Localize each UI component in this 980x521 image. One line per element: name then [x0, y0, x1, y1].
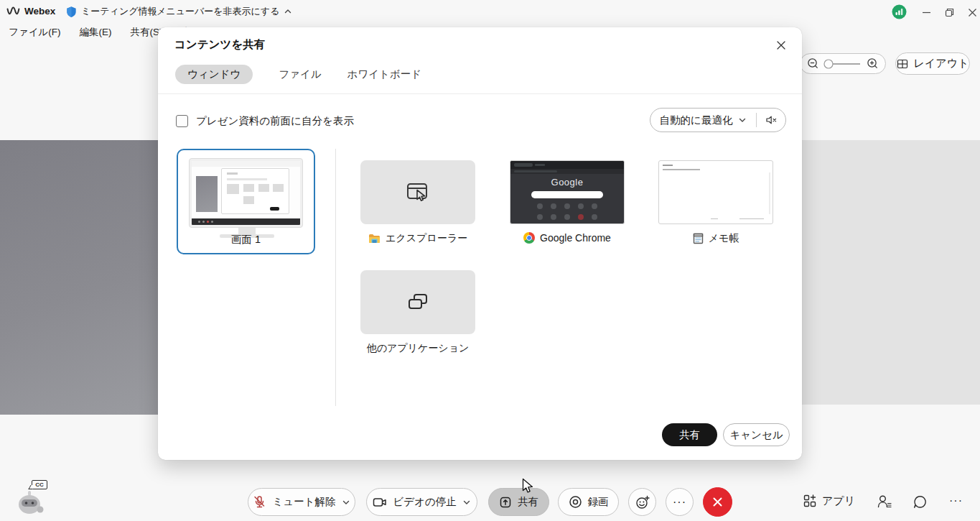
minimize-button[interactable] [916, 4, 936, 20]
speaker-muted-icon [765, 114, 778, 126]
window-tile-notepad[interactable]: メモ帳 [658, 160, 773, 245]
window-tile-explorer[interactable]: エクスプローラー [360, 160, 475, 245]
chrome-shortcut [537, 214, 543, 220]
zoom-out-button[interactable] [807, 57, 819, 70]
preview-taskbar [192, 218, 300, 225]
other-apps-label: 他のアプリケーション [367, 342, 470, 355]
optimize-select[interactable]: 自動的に最適化 [650, 114, 756, 127]
notepad-thumb [658, 160, 773, 224]
chevron-up-icon [284, 7, 292, 16]
mic-muted-icon [253, 495, 266, 509]
close-window-button[interactable] [962, 4, 980, 20]
leave-meeting-button[interactable] [703, 487, 732, 517]
window-tile-other-apps[interactable]: 他のアプリケーション [360, 270, 475, 355]
explorer-label: エクスプローラー [386, 232, 467, 245]
stop-video-button[interactable]: ビデオの停止 [366, 488, 477, 516]
apps-label: アプリ [822, 494, 855, 508]
zoom-slider[interactable] [823, 59, 863, 69]
share-tray-button[interactable]: 共有 [488, 488, 549, 516]
chrome-urlbar [510, 169, 624, 174]
unmute-button[interactable]: ミュート解除 [248, 488, 355, 516]
chat-button[interactable] [913, 494, 928, 510]
chrome-shortcut [592, 203, 597, 209]
chrome-titlebar [510, 161, 624, 169]
share-audio-toggle[interactable] [757, 114, 785, 126]
panel-more-button[interactable]: ··· [949, 494, 963, 507]
tab-window[interactable]: ウィンドウ [175, 65, 253, 84]
share-icon [499, 496, 512, 509]
show-me-label: プレゼン資料の前面に自分を表示 [196, 114, 354, 128]
preview-thumb [243, 196, 254, 204]
record-label: 録画 [588, 495, 609, 509]
apps-button[interactable]: アプリ [803, 494, 855, 508]
window-tile-chrome[interactable]: Google Google Chrome [510, 160, 625, 244]
meeting-info-label: ミーティング情報 [81, 5, 157, 18]
chrome-icon-center [526, 235, 532, 241]
dialog-share-button[interactable]: 共有 [662, 423, 717, 446]
dialog-title: コンテンツを共有 [174, 37, 265, 52]
layout-grid-icon [897, 58, 908, 70]
connection-quality-indicator[interactable] [892, 4, 907, 19]
zoom-control [800, 53, 886, 74]
share-content-dialog: コンテンツを共有 ウィンドウ ファイル ホワイトボード プレゼン資料の前面に自分… [158, 27, 802, 460]
tab-file[interactable]: ファイル [279, 68, 321, 81]
chrome-shortcut [537, 203, 543, 209]
titlebar: Webex ミーティング情報 メニューバーを非表示にする [0, 0, 980, 23]
preview-thumb [243, 184, 254, 192]
chrome-label: Google Chrome [540, 232, 611, 244]
reactions-button[interactable] [628, 488, 656, 516]
screen-1-tile[interactable]: 画面 1 [177, 149, 315, 254]
preview-thumb [273, 184, 284, 192]
more-options-button[interactable]: ··· [666, 488, 694, 516]
screen-1-preview-screen [192, 161, 300, 225]
preview-menubar [192, 161, 300, 167]
record-button[interactable]: 録画 [558, 488, 619, 516]
stop-video-chevron-icon[interactable] [462, 498, 471, 507]
meeting-info-button[interactable]: ミーティング情報 [66, 5, 157, 18]
preview-line [227, 178, 267, 180]
layout-button[interactable]: レイアウト [895, 52, 970, 75]
notepad-icon [693, 233, 704, 244]
chrome-shortcut-row [510, 203, 624, 209]
chevron-down-icon [738, 116, 747, 124]
participants-button[interactable] [876, 494, 892, 510]
stacked-windows-icon [405, 290, 431, 315]
unmute-chevron-icon[interactable] [342, 498, 350, 507]
dialog-cancel-button[interactable]: キャンセル [723, 423, 790, 446]
tabs-divider [158, 93, 802, 94]
preview-dot [211, 221, 213, 223]
close-icon [776, 40, 786, 50]
app-title: Webex [24, 6, 55, 17]
preview-line [227, 172, 238, 175]
screen-1-label: 画面 1 [178, 233, 314, 246]
camera-icon [373, 497, 387, 508]
chrome-shortcut [564, 214, 570, 220]
show-me-checkbox[interactable] [176, 115, 188, 127]
chrome-shortcut-row [510, 214, 624, 220]
explorer-thumb [360, 160, 475, 224]
hide-menubar-label: メニューバーを非表示にする [157, 5, 279, 18]
menu-item-edit[interactable]: 編集(E) [80, 26, 112, 39]
layout-label: レイアウト [914, 57, 969, 70]
apps-grid-icon [803, 494, 817, 508]
notepad-status-mark [739, 218, 764, 220]
chrome-search-bar [531, 191, 603, 198]
maximize-button[interactable] [939, 4, 959, 20]
closed-captions-badge: CC [32, 480, 47, 489]
dialog-tabs: ウィンドウ ファイル ホワイトボード [175, 65, 421, 84]
dialog-close-button[interactable] [770, 34, 792, 56]
notepad-status-mark [711, 218, 718, 220]
chrome-url [514, 170, 557, 172]
preview-dot [207, 221, 209, 223]
notepad-label: メモ帳 [709, 232, 739, 245]
zoom-in-button[interactable] [867, 57, 879, 70]
self-video-preview [0, 140, 158, 415]
menu-item-file[interactable]: ファイル(F) [9, 26, 61, 39]
chrome-shortcut [578, 214, 584, 220]
unmute-label: ミュート解除 [272, 495, 335, 509]
tab-whiteboard[interactable]: ホワイトボード [347, 68, 422, 81]
preview-thumb [258, 184, 269, 192]
hide-menubar-button[interactable]: メニューバーを非表示にする [157, 5, 292, 18]
notepad-title-mark [663, 165, 673, 166]
chrome-shortcut [578, 203, 584, 209]
